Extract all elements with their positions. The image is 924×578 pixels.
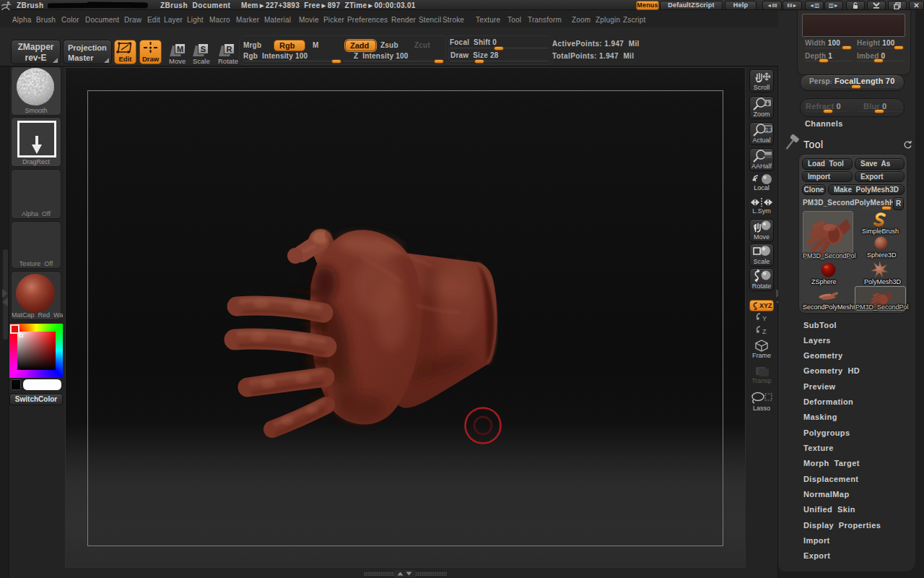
svg-text:Z: Z (762, 328, 767, 335)
svg-text:Y: Y (762, 315, 767, 322)
svg-text:1:1: 1:1 (766, 127, 773, 132)
